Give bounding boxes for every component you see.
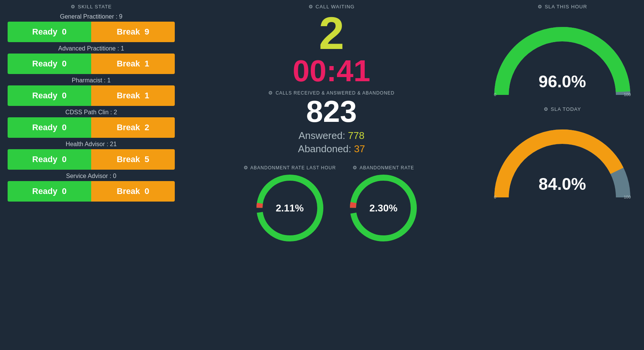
skills-container: General Practitioner : 9Ready0Break9Adva… (8, 13, 175, 205)
call-waiting-time: 00:41 (293, 56, 370, 86)
middle-panel: ⚙ CALL WAITING 2 00:41 ⚙ CALLS RECEIVED … (182, 0, 481, 350)
skill-title-5: Service Advisor : 0 (8, 173, 175, 180)
skill-ready-2: Ready0 (8, 85, 91, 106)
abandonment-last-hour-header: ⚙ ABANDONMENT RATE LAST HOUR (244, 165, 336, 170)
donut-rate-label: 2.30% (369, 202, 397, 214)
skill-title-2: Pharmacist : 1 (8, 77, 175, 84)
gear-icon-alh: ⚙ (244, 165, 248, 170)
call-waiting-number: 2 (319, 10, 344, 56)
right-panel: ⚙ SLA THIS HOUR 96.0% 0 100 ⚙ SLA TODAY … (481, 0, 644, 350)
skill-break-1: Break1 (91, 54, 175, 74)
skill-title-0: General Practitioner : 9 (8, 13, 175, 20)
skill-bar-0: Ready0Break9 (8, 22, 175, 42)
skill-ready-3: Ready0 (8, 117, 91, 138)
gear-icon: ⚙ (71, 4, 76, 9)
answered-line: Answered: 778 (299, 130, 364, 142)
skill-break-5: Break0 (91, 181, 175, 202)
skill-state-header: ⚙ SKILL STATE (8, 4, 175, 9)
skill-bar-4: Ready0Break5 (8, 149, 175, 170)
skill-break-2: Break1 (91, 85, 175, 106)
scale-min-left-2: 0 (494, 195, 496, 199)
sla-this-hour-gauge: 96.0% 0 100 (490, 15, 635, 99)
skill-group-0: General Practitioner : 9Ready0Break9 (8, 13, 175, 42)
abandoned-line: Abandoned: 37 (298, 143, 365, 155)
scale-min-left: 0 (494, 92, 496, 97)
skill-group-4: Health Advisor : 21Ready0Break5 (8, 141, 175, 170)
scale-max-right: 100 (624, 92, 631, 97)
left-panel: ⚙ SKILL STATE General Practitioner : 9Re… (0, 0, 182, 350)
skill-ready-1: Ready0 (8, 54, 91, 74)
donut-last-hour-label: 2.11% (276, 202, 304, 214)
sla-today-gauge: 84.0% 0 100 (490, 118, 635, 201)
scale-max-right-2: 100 (624, 195, 631, 199)
donut-last-hour: 2.11% (254, 172, 326, 244)
sla-this-hour-value: 96.0% (539, 72, 586, 91)
abandonment-rate: ⚙ ABANDONMENT RATE 2.30% (347, 165, 419, 244)
skill-bar-2: Ready0Break1 (8, 85, 175, 106)
sla-today-header: ⚙ SLA TODAY (544, 106, 581, 112)
calls-received-number: 823 (306, 96, 357, 127)
skill-title-4: Health Advisor : 21 (8, 141, 175, 148)
skill-ready-0: Ready0 (8, 22, 91, 42)
bottom-gauges: ⚙ ABANDONMENT RATE LAST HOUR 2.11% ⚙ ABA… (244, 165, 419, 244)
skill-break-0: Break9 (91, 22, 175, 42)
abandonment-rate-last-hour: ⚙ ABANDONMENT RATE LAST HOUR 2.11% (244, 165, 336, 244)
sla-this-hour-header: ⚙ SLA THIS HOUR (538, 4, 587, 9)
skill-group-2: Pharmacist : 1Ready0Break1 (8, 77, 175, 106)
skill-title-3: CDSS Path Clin : 2 (8, 109, 175, 116)
skill-group-5: Service Advisor : 0Ready0Break0 (8, 173, 175, 202)
abandonment-header: ⚙ ABANDONMENT RATE (353, 165, 414, 170)
gear-icon-ar: ⚙ (353, 165, 358, 170)
skill-ready-4: Ready0 (8, 149, 91, 170)
skill-group-1: Advanced Practitione : 1Ready0Break1 (8, 45, 175, 74)
skill-break-3: Break2 (91, 117, 175, 138)
skill-bar-5: Ready0Break0 (8, 181, 175, 202)
gear-icon-sth: ⚙ (538, 4, 543, 9)
donut-rate: 2.30% (347, 172, 419, 244)
skill-bar-3: Ready0Break2 (8, 117, 175, 138)
skill-group-3: CDSS Path Clin : 2Ready0Break2 (8, 109, 175, 138)
gear-icon-cw: ⚙ (309, 4, 313, 9)
sla-today-value: 84.0% (539, 175, 586, 194)
skill-ready-5: Ready0 (8, 181, 91, 202)
gear-icon-cr: ⚙ (268, 90, 273, 96)
skill-break-4: Break5 (91, 149, 175, 170)
gear-icon-st: ⚙ (544, 106, 549, 112)
skill-bar-1: Ready0Break1 (8, 54, 175, 74)
skill-title-1: Advanced Practitione : 1 (8, 45, 175, 52)
